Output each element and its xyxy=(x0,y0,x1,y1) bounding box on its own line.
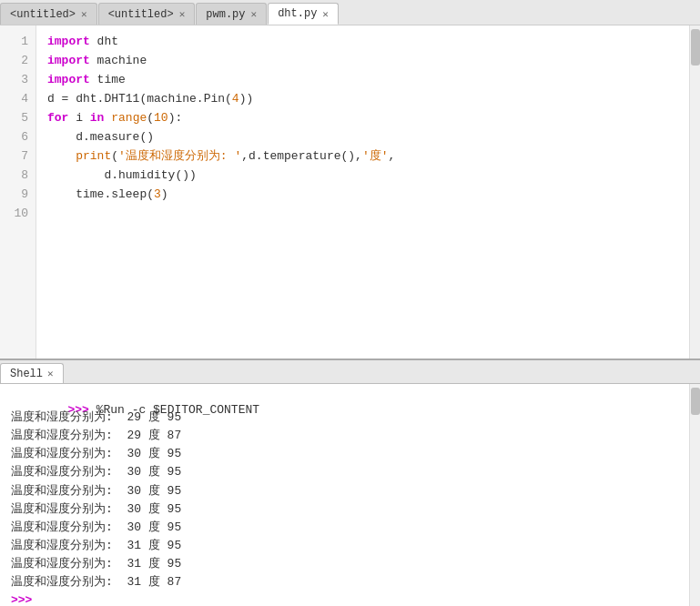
token: print xyxy=(76,149,111,163)
tab-close-0[interactable]: ✕ xyxy=(81,8,87,20)
shell-inner: >>> %Run -c $EDITOR_CONTENT 温度和湿度分别为: 29… xyxy=(0,384,700,606)
tab-label-1: <untitled> xyxy=(108,8,174,21)
editor-area: 12345678910 import dhtimport machineimpo… xyxy=(0,25,700,360)
line-numbers: 12345678910 xyxy=(0,25,36,359)
line-number-4: 4 xyxy=(0,90,36,109)
shell-final-prompt: >>> xyxy=(11,593,678,606)
tab-2[interactable]: pwm.py✕ xyxy=(196,3,267,25)
token: dht xyxy=(90,35,118,48)
output-line-0: 温度和湿度分别为: 29 度 95 xyxy=(11,409,678,427)
output-line-9: 温度和湿度分别为: 31 度 87 xyxy=(11,573,678,591)
tab-close-3[interactable]: ✕ xyxy=(322,8,329,20)
token: )) xyxy=(239,92,254,106)
shell-scrollbar-thumb[interactable] xyxy=(691,388,700,415)
token: for xyxy=(47,111,68,125)
token: in xyxy=(90,111,105,125)
code-line-8: d.humidity()) xyxy=(47,167,678,186)
line-number-6: 6 xyxy=(0,128,36,147)
token: time xyxy=(90,73,126,86)
code-area[interactable]: import dhtimport machineimport timed = d… xyxy=(36,25,689,359)
line-number-10: 10 xyxy=(0,205,36,224)
token: '度' xyxy=(362,149,389,163)
token: i xyxy=(68,111,89,125)
tab-1[interactable]: <untitled>✕ xyxy=(98,3,196,25)
editor-scrollbar[interactable] xyxy=(689,25,700,359)
line-number-1: 1 xyxy=(0,33,36,52)
tab-bar: <untitled>✕<untitled>✕pwm.py✕dht.py✕ xyxy=(0,0,700,25)
token: machine xyxy=(90,54,147,67)
shell-tab-close[interactable]: ✕ xyxy=(47,368,54,379)
token: ( xyxy=(111,149,118,163)
code-line-7: print('温度和湿度分别为: ',d.temperature(),'度', xyxy=(47,147,678,167)
tab-close-2[interactable]: ✕ xyxy=(251,8,258,20)
token: time.sleep( xyxy=(47,187,154,201)
line-number-3: 3 xyxy=(0,71,36,90)
token: import xyxy=(47,35,90,48)
token: ) xyxy=(161,187,168,201)
shell-content[interactable]: >>> %Run -c $EDITOR_CONTENT 温度和湿度分别为: 29… xyxy=(0,384,689,606)
tab-label-0: <untitled> xyxy=(10,8,76,21)
token: ( xyxy=(147,111,154,125)
token: 4 xyxy=(232,92,239,106)
output-line-6: 温度和湿度分别为: 30 度 95 xyxy=(11,519,678,537)
output-line-2: 温度和湿度分别为: 30 度 95 xyxy=(11,445,678,463)
line-number-5: 5 xyxy=(0,109,36,128)
line-number-8: 8 xyxy=(0,167,36,186)
token: d.humidity()) xyxy=(47,168,197,182)
token xyxy=(47,149,76,163)
code-line-5: for i in range(10): xyxy=(47,109,678,128)
shell-scrollbar[interactable] xyxy=(689,384,700,606)
code-line-10 xyxy=(47,205,678,224)
shell-tab-bar: Shell ✕ xyxy=(0,360,700,384)
token: import xyxy=(47,73,90,86)
token: ,d.temperature(), xyxy=(241,149,362,163)
code-line-9: time.sleep(3) xyxy=(47,186,678,205)
output-line-4: 温度和湿度分别为: 30 度 95 xyxy=(11,482,678,500)
token: d.measure() xyxy=(47,130,154,144)
token: d = dht.DHT11(machine.Pin( xyxy=(47,92,232,106)
tab-label-3: dht.py xyxy=(278,7,317,20)
output-line-5: 温度和湿度分别为: 30 度 95 xyxy=(11,500,678,519)
editor-scrollbar-thumb[interactable] xyxy=(691,29,700,66)
token: , xyxy=(389,149,396,163)
line-number-2: 2 xyxy=(0,52,36,71)
code-line-6: d.measure() xyxy=(47,128,678,147)
tab-0[interactable]: <untitled>✕ xyxy=(0,3,97,25)
tab-3[interactable]: dht.py✕ xyxy=(268,3,339,25)
code-line-3: import time xyxy=(47,71,678,90)
tab-label-2: pwm.py xyxy=(206,8,245,21)
output-line-8: 温度和湿度分别为: 31 度 95 xyxy=(11,555,678,573)
line-number-7: 7 xyxy=(0,147,36,167)
tab-close-1[interactable]: ✕ xyxy=(179,8,186,20)
code-line-4: d = dht.DHT11(machine.Pin(4)) xyxy=(47,90,678,109)
shell-output: 温度和湿度分别为: 29 度 95温度和湿度分别为: 29 度 87温度和湿度分… xyxy=(11,409,678,591)
code-line-2: import machine xyxy=(47,52,678,71)
shell-tab-label: Shell xyxy=(10,368,43,380)
token: '温度和湿度分别为: ' xyxy=(118,149,241,163)
token: 10 xyxy=(154,111,168,125)
shell-run-prompt: >>> %Run -c $EDITOR_CONTENT xyxy=(11,389,678,409)
output-line-7: 温度和湿度分别为: 31 度 95 xyxy=(11,537,678,555)
token: ): xyxy=(168,111,183,125)
output-line-1: 温度和湿度分别为: 29 度 87 xyxy=(11,427,678,445)
shell-area: Shell ✕ >>> %Run -c $EDITOR_CONTENT 温度和湿… xyxy=(0,360,700,606)
code-line-1: import dht xyxy=(47,33,678,52)
token: range xyxy=(111,111,147,125)
output-line-3: 温度和湿度分别为: 30 度 95 xyxy=(11,463,678,481)
line-number-9: 9 xyxy=(0,186,36,205)
shell-tab[interactable]: Shell ✕ xyxy=(0,363,64,383)
token: 3 xyxy=(154,187,161,201)
token: import xyxy=(47,54,90,67)
